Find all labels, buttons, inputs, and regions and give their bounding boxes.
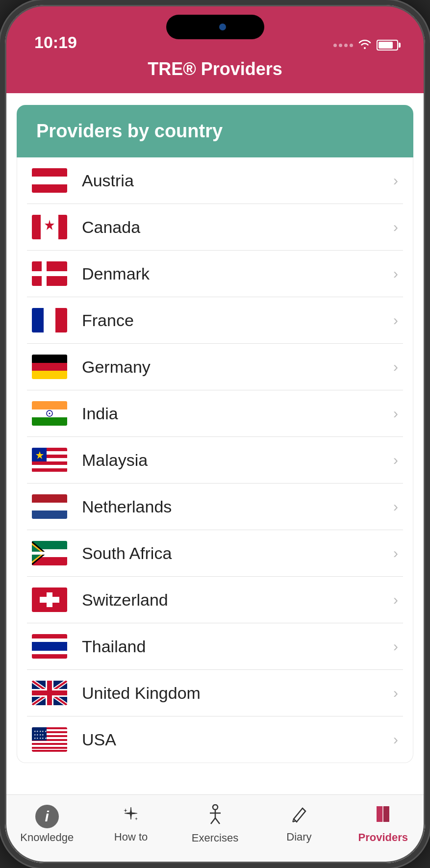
flag-denmark	[32, 261, 67, 286]
svg-point-20	[49, 413, 51, 414]
svg-rect-13	[32, 355, 67, 363]
svg-rect-41	[40, 597, 59, 603]
dynamic-island	[166, 15, 264, 39]
section-header: Providers by country	[17, 105, 413, 157]
svg-rect-16	[32, 401, 67, 409]
country-item-germany[interactable]: Germany ›	[27, 344, 403, 390]
svg-text:★ ★ ★ ★ ★: ★ ★ ★ ★ ★	[34, 730, 47, 733]
tab-howto-label: How to	[114, 831, 148, 843]
camera-dot	[219, 24, 226, 30]
flag-canada	[32, 215, 67, 239]
svg-rect-5	[58, 215, 67, 239]
flag-uk	[32, 681, 67, 705]
svg-rect-3	[32, 215, 41, 239]
tab-exercises[interactable]: Exercises	[173, 804, 257, 844]
flag-usa: ★ ★ ★ ★ ★ ★ ★ ★ ★ ★ ★ ★ ★ ★	[32, 727, 67, 752]
flag-south-africa	[32, 541, 67, 565]
tab-exercises-label: Exercises	[192, 832, 238, 844]
flag-switzerland	[32, 587, 67, 612]
screen: 10:19	[5, 5, 425, 863]
svg-rect-11	[44, 308, 55, 332]
section-title: Providers by country	[36, 121, 223, 141]
country-list: Austria › Canada ›	[17, 157, 413, 763]
country-name: India	[82, 404, 393, 423]
country-item-uk[interactable]: United Kingdom ›	[27, 670, 403, 716]
status-icons	[333, 38, 398, 52]
country-item-switzerland[interactable]: Switzerland ›	[27, 577, 403, 623]
svg-rect-59	[32, 743, 67, 745]
svg-rect-44	[32, 642, 67, 651]
chevron-icon: ›	[393, 591, 398, 608]
svg-rect-2	[32, 184, 67, 193]
svg-rect-30	[32, 511, 67, 519]
country-item-south-africa[interactable]: South Africa ›	[27, 530, 403, 577]
country-name: USA	[82, 730, 393, 749]
country-name: Malaysia	[82, 451, 393, 470]
wifi-icon	[358, 38, 372, 52]
svg-rect-73	[377, 806, 383, 822]
svg-rect-14	[32, 363, 67, 371]
country-name: United Kingdom	[82, 684, 393, 703]
svg-line-70	[215, 818, 220, 824]
header-title: TRE® Providers	[148, 59, 282, 79]
svg-rect-1	[32, 177, 67, 184]
tab-diary[interactable]: Diary	[257, 805, 341, 843]
phone-frame: 10:19	[0, 0, 430, 868]
country-name: Netherlands	[82, 497, 393, 516]
info-icon: i	[35, 805, 59, 828]
country-item-thailand[interactable]: Thailand ›	[27, 623, 403, 670]
country-item-india[interactable]: India ›	[27, 390, 403, 437]
flag-malaysia	[32, 448, 67, 472]
chevron-icon: ›	[393, 685, 398, 701]
country-name: South Africa	[82, 544, 393, 563]
svg-rect-53	[32, 690, 67, 695]
tab-bar: i Knowledge How to	[5, 794, 425, 863]
svg-rect-15	[32, 371, 67, 379]
country-item-france[interactable]: France ›	[27, 297, 403, 344]
svg-rect-29	[32, 503, 67, 511]
person-icon	[206, 804, 225, 829]
svg-rect-18	[32, 417, 67, 426]
svg-rect-60	[32, 747, 67, 749]
country-name: Germany	[82, 357, 393, 377]
chevron-icon: ›	[393, 219, 398, 235]
tab-knowledge[interactable]: i Knowledge	[5, 805, 89, 844]
country-item-austria[interactable]: Austria ›	[27, 157, 403, 204]
svg-rect-12	[55, 308, 67, 332]
chevron-icon: ›	[393, 172, 398, 189]
country-item-usa[interactable]: ★ ★ ★ ★ ★ ★ ★ ★ ★ ★ ★ ★ ★ ★ USA ›	[27, 716, 403, 763]
chevron-icon: ›	[393, 452, 398, 468]
country-item-netherlands[interactable]: Netherlands ›	[27, 484, 403, 530]
tab-providers[interactable]: Providers	[341, 804, 425, 844]
book-icon	[374, 804, 392, 828]
svg-rect-10	[32, 308, 44, 332]
country-item-malaysia[interactable]: Malaysia ›	[27, 437, 403, 484]
country-item-denmark[interactable]: Denmark ›	[27, 251, 403, 297]
svg-line-69	[211, 818, 215, 824]
country-name: Denmark	[82, 264, 393, 283]
flag-netherlands	[32, 494, 67, 519]
svg-rect-9	[32, 271, 67, 276]
signal-dots	[333, 44, 353, 47]
status-bar: 10:19	[5, 5, 425, 59]
svg-rect-0	[32, 168, 67, 177]
svg-text:★ ★ ★ ★ ★: ★ ★ ★ ★ ★	[34, 737, 47, 740]
country-name: Austria	[82, 171, 393, 190]
flag-austria	[32, 168, 67, 193]
svg-text:★ ★ ★ ★: ★ ★ ★ ★	[34, 733, 44, 736]
chevron-icon: ›	[393, 358, 398, 375]
sparkles-icon	[122, 805, 140, 828]
chevron-icon: ›	[393, 405, 398, 422]
chevron-icon: ›	[393, 545, 398, 562]
country-item-canada[interactable]: Canada ›	[27, 204, 403, 251]
country-name: Canada	[82, 218, 393, 237]
svg-rect-24	[32, 461, 67, 465]
app-header: TRE® Providers	[5, 59, 425, 93]
tab-providers-label: Providers	[358, 831, 408, 844]
svg-rect-61	[32, 750, 67, 752]
pencil-icon	[291, 805, 307, 828]
country-name: France	[82, 311, 393, 330]
content-area: Providers by country Austria ›	[5, 93, 425, 794]
tab-howto[interactable]: How to	[89, 805, 173, 843]
svg-point-66	[213, 805, 218, 810]
